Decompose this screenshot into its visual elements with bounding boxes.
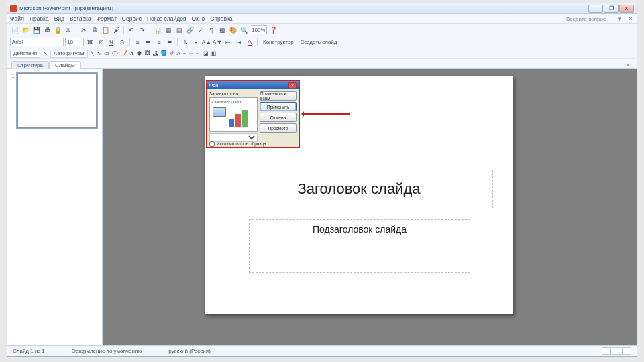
grid-icon[interactable]: ▩: [217, 25, 227, 35]
slide-canvas: Заголовок слайда Подзаголовок слайда Фон…: [103, 69, 637, 345]
line-style-icon[interactable]: ≡: [183, 50, 186, 56]
new-slide-button[interactable]: Создать слайд: [298, 38, 340, 47]
italic-icon[interactable]: К: [96, 38, 105, 47]
thumbnail-item[interactable]: 1: [11, 73, 98, 128]
preview-button[interactable]: Просмотр: [260, 123, 297, 133]
font-color-draw-icon[interactable]: A: [177, 50, 180, 56]
save-icon[interactable]: 💾: [32, 25, 41, 35]
underline-icon[interactable]: Ч: [107, 38, 116, 47]
slideshow-view-button[interactable]: [622, 347, 631, 355]
minimize-button[interactable]: –: [588, 5, 603, 13]
show-formatting-icon[interactable]: ¶: [207, 25, 216, 35]
picture-icon[interactable]: 🏞: [152, 50, 158, 56]
normal-view-button[interactable]: [602, 347, 611, 355]
apply-button[interactable]: Применить: [260, 102, 297, 111]
paste-icon[interactable]: 📋: [101, 25, 110, 35]
statusbar: Слайд 1 из 1 Оформление по умолчанию рус…: [7, 345, 637, 356]
font-size-select[interactable]: [65, 38, 84, 46]
align-center-icon[interactable]: ≣: [144, 38, 153, 47]
pane-close-button[interactable]: ×: [627, 62, 630, 68]
three-d-icon[interactable]: ◧: [211, 50, 217, 56]
table-icon[interactable]: ▦: [164, 25, 173, 35]
sorter-view-button[interactable]: [612, 347, 621, 355]
fill-color-icon[interactable]: 🪣: [160, 50, 167, 56]
autoshapes-menu[interactable]: Автофигуры: [50, 50, 88, 58]
thumbnail-preview[interactable]: [17, 73, 97, 128]
cut-icon[interactable]: ✂: [79, 25, 89, 35]
align-right-icon[interactable]: ≡: [154, 38, 164, 47]
font-name-select[interactable]: [10, 38, 64, 46]
menu-format[interactable]: Формат: [97, 15, 117, 22]
tab-outline[interactable]: Структура: [11, 61, 49, 69]
apply-all-button[interactable]: Применить ко всем: [260, 91, 297, 101]
thumbnail-pane: 1: [7, 69, 103, 345]
bold-icon[interactable]: Ж: [85, 38, 95, 47]
menu-help[interactable]: Справка: [210, 15, 232, 22]
research-icon[interactable]: 🔍: [239, 25, 248, 35]
expand-icon[interactable]: ⤢: [196, 25, 205, 35]
decrease-font-icon[interactable]: A▼: [213, 38, 222, 47]
zoom-box[interactable]: 100%: [250, 25, 267, 34]
diagram-icon[interactable]: ⬢: [137, 50, 142, 56]
new-icon[interactable]: 📄: [10, 25, 19, 35]
copy-icon[interactable]: ⧉: [90, 25, 99, 35]
actions-menu[interactable]: Действия: [10, 50, 40, 58]
arrow-style-icon[interactable]: ↔: [195, 50, 201, 56]
arrow-icon[interactable]: ➘: [97, 50, 101, 56]
textbox-icon[interactable]: 📝: [121, 50, 127, 56]
mail-icon[interactable]: ✉: [64, 25, 73, 35]
bullets-icon[interactable]: ▪: [191, 38, 201, 47]
shadow-style-icon[interactable]: ◪: [203, 50, 209, 56]
title-placeholder[interactable]: Заголовок слайда: [225, 170, 493, 208]
omit-master-checkbox[interactable]: [209, 141, 215, 147]
maximize-button[interactable]: ❐: [604, 5, 619, 13]
pointer-icon[interactable]: ↖: [43, 50, 48, 56]
dialog-close-button[interactable]: ×: [288, 82, 297, 88]
menu-tools[interactable]: Сервис: [122, 15, 142, 22]
menu-insert[interactable]: Вставка: [70, 15, 91, 22]
numbering-icon[interactable]: ⒈: [180, 38, 190, 47]
close-button[interactable]: X: [619, 5, 634, 13]
increase-indent-icon[interactable]: ⇥: [234, 38, 244, 47]
color-icon[interactable]: 🎨: [228, 25, 237, 35]
design-button[interactable]: Конструктор: [260, 38, 297, 47]
dash-style-icon[interactable]: ┄: [189, 50, 193, 56]
cancel-button[interactable]: Отмена: [260, 113, 297, 122]
chart-icon[interactable]: 📊: [153, 25, 162, 35]
menu-window[interactable]: Окно: [191, 15, 205, 22]
ask-dropdown-icon[interactable]: ▾: [616, 15, 622, 22]
line-color-icon[interactable]: ✐: [170, 50, 174, 56]
title-text: Заголовок слайда: [298, 180, 421, 198]
dialog-title: Фон: [209, 83, 218, 88]
subtitle-placeholder[interactable]: Подзаголовок слайда: [249, 219, 470, 273]
menu-file[interactable]: Файл: [10, 15, 24, 22]
ask-question-box[interactable]: Введите вопрос: [566, 16, 606, 22]
decrease-indent-icon[interactable]: ⇤: [223, 38, 233, 47]
clipart-icon[interactable]: 🖼: [144, 50, 150, 56]
font-color-icon[interactable]: A: [245, 38, 254, 47]
menu-edit[interactable]: Правка: [30, 15, 49, 22]
doc-close-button[interactable]: ×: [627, 15, 634, 22]
wordart-icon[interactable]: 𝐀: [130, 50, 134, 57]
menu-view[interactable]: Вид: [54, 15, 64, 22]
increase-font-icon[interactable]: A▲: [202, 38, 211, 47]
omit-master-label: Исключить фон образца: [217, 141, 266, 146]
print-icon[interactable]: 🖶: [42, 25, 52, 35]
shadow-icon[interactable]: S: [117, 38, 127, 47]
justify-icon[interactable]: ≣: [165, 38, 174, 47]
permission-icon[interactable]: 🔒: [53, 25, 62, 35]
tab-slides[interactable]: Слайды: [49, 61, 81, 69]
line-icon[interactable]: ╲: [91, 50, 94, 56]
open-icon[interactable]: 📂: [21, 25, 30, 35]
tables-borders-icon[interactable]: ▤: [174, 25, 184, 35]
menu-slideshow[interactable]: Показ слайдов: [147, 15, 186, 22]
redo-icon[interactable]: ↷: [138, 25, 147, 35]
oval-icon[interactable]: ◯: [112, 50, 118, 56]
undo-icon[interactable]: ↶: [127, 25, 136, 35]
dialog-titlebar[interactable]: Фон ×: [207, 81, 299, 89]
format-painter-icon[interactable]: 🖌: [111, 25, 121, 35]
help-icon[interactable]: ❓: [268, 25, 278, 35]
align-left-icon[interactable]: ≡: [133, 38, 142, 47]
hyperlink-icon[interactable]: 🔗: [185, 25, 195, 35]
rectangle-icon[interactable]: ▭: [104, 50, 109, 56]
